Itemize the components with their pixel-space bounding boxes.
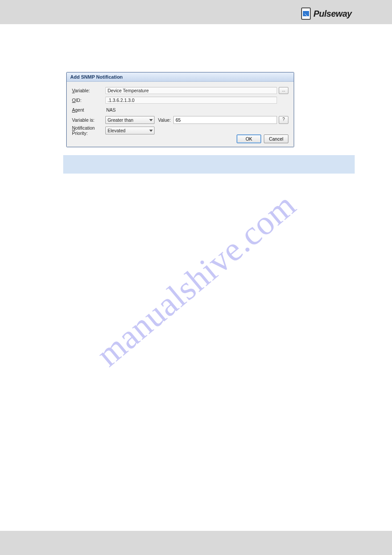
value-input[interactable] xyxy=(173,116,277,124)
dialog-title: Add SNMP Notification xyxy=(67,73,294,82)
section-divider-bar xyxy=(63,155,355,174)
row-variable-is: Variable is: Greater than Value: ? xyxy=(72,115,288,125)
pulseway-logo-icon xyxy=(301,7,311,20)
page-header-bar: Pulseway xyxy=(0,0,392,24)
value-label: Value: xyxy=(158,117,171,123)
brand-area: Pulseway xyxy=(301,6,363,22)
cancel-button[interactable]: Cancel xyxy=(264,134,288,143)
oid-value: .1.3.6.2.1.3.0 xyxy=(105,97,277,104)
priority-combo[interactable]: Elevated xyxy=(105,127,155,134)
row-oid: OID: .1.3.6.2.1.3.0 xyxy=(72,96,288,105)
browse-variable-button[interactable]: ... xyxy=(279,87,288,94)
watermark-text: manualshive.com xyxy=(89,185,303,374)
ok-button[interactable]: OK xyxy=(237,134,261,143)
oid-label: OID: xyxy=(72,98,105,103)
brand-name: Pulseway xyxy=(313,9,352,19)
page-footer-bar xyxy=(0,531,392,555)
priority-label: Notification Priority: xyxy=(72,125,105,136)
variable-value: Device Temperature xyxy=(105,87,277,94)
dialog-body: Variable: Device Temperature ... OID: .1… xyxy=(67,82,294,147)
variable-is-combo[interactable]: Greater than xyxy=(105,116,155,124)
row-priority: Notification Priority: Elevated xyxy=(72,126,288,135)
variable-is-label: Variable is: xyxy=(72,117,105,123)
variable-label: Variable: xyxy=(72,88,105,93)
agent-value: NAS xyxy=(105,107,288,112)
agent-label: Agent xyxy=(72,107,105,112)
row-variable: Variable: Device Temperature ... xyxy=(72,86,288,95)
help-button[interactable]: ? xyxy=(279,116,288,124)
dialog-button-row: OK Cancel xyxy=(237,134,288,143)
row-agent: Agent NAS xyxy=(72,105,288,114)
add-snmp-notification-dialog: Add SNMP Notification Variable: Device T… xyxy=(66,72,294,147)
